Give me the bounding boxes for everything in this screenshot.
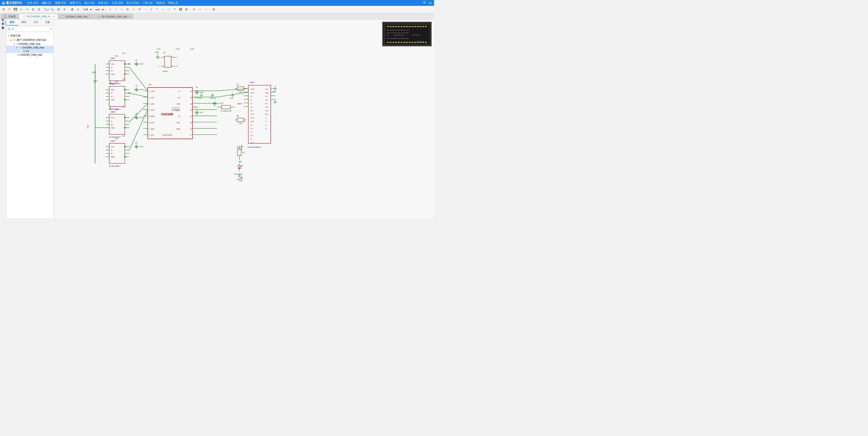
menu-view[interactable]: 视图 (F6) <box>54 1 67 5</box>
svg-text:+5V: +5V <box>115 81 118 83</box>
tree-area: ▼ 所有工程 ▶ 📁 基于 CH334R 的 USB Hub ▼ ⊡ CH334… <box>6 33 54 218</box>
panel-tab-page[interactable]: 图页 <box>6 20 18 26</box>
toolbar-arc-btn[interactable]: ◠ <box>154 7 160 12</box>
toolbar-circle-btn[interactable]: ○ <box>160 7 165 12</box>
svg-text:GND: GND <box>111 73 114 75</box>
filter-icon[interactable]: ⊽ <box>12 27 14 31</box>
svg-text:GND: GND <box>265 106 268 108</box>
menu-tools[interactable]: 工具 (F9) <box>110 1 124 5</box>
app-name: 嘉立创EDA <box>6 1 22 5</box>
menu-file[interactable]: 文件 (F3) <box>26 1 39 5</box>
search-icon[interactable]: 🔍 <box>8 27 11 31</box>
svg-text:GND: GND <box>199 97 202 99</box>
toolbar-line-btn[interactable]: ╱ <box>148 7 154 12</box>
vtab-project[interactable]: 工程设计 <box>0 21 6 25</box>
tab-schematic-label: P1.CH334R_USB_H... <box>27 15 52 18</box>
menu-edit[interactable]: 编辑 (Z) <box>40 1 53 5</box>
canvas-area[interactable]: GND USB1 VCC D- D+ GND AF 180°Z <box>54 20 434 218</box>
vtab-components[interactable]: 器件标准化 <box>0 29 6 33</box>
toolbar-open-btn[interactable]: 📁 <box>7 7 12 12</box>
panel-tab-net[interactable]: 网络 <box>18 20 30 26</box>
svg-text:GND: GND <box>92 71 96 73</box>
toolbar-text-btn[interactable]: T <box>172 7 177 12</box>
svg-text:GND: GND <box>87 125 89 128</box>
toolbar-component-btn[interactable]: → <box>143 7 148 12</box>
vtab-library[interactable]: 常用库 <box>0 25 6 29</box>
toolbar-capture-btn[interactable]: ⊡ <box>36 7 41 12</box>
menu-help[interactable]: 帮助 (J) <box>167 1 179 5</box>
tab-3d[interactable]: 🧊 3D CH334R_USB_Hub ✕ <box>94 14 133 19</box>
svg-text:VCC: VCC <box>111 117 114 119</box>
svg-text:AF 180°ZJB13.7: AF 180°ZJB13.7 <box>109 165 121 167</box>
svg-text:GND: GND <box>265 99 268 101</box>
svg-text:+5V: +5V <box>122 106 125 108</box>
toolbar-undo-btn[interactable]: ↩ <box>19 7 24 12</box>
tab3-close-icon[interactable]: ✕ <box>129 15 130 18</box>
tree-schematic-folder[interactable]: ▼ 📁 CH334R_USB_Hub <box>6 46 54 49</box>
toolbar-copy-btn[interactable]: ⧉ <box>30 7 36 12</box>
svg-text:D+: D+ <box>111 70 113 72</box>
tab-3d-icon: 🧊 <box>97 15 100 18</box>
toolbar-crosshair-btn[interactable]: ✛ <box>62 7 67 12</box>
menu-order[interactable]: 下单 (A) <box>141 1 154 5</box>
svg-text:GND GND GND GND GND GND GND GN: GND GND GND GND GND GND GND GND <box>386 30 409 31</box>
tab-schematic[interactable]: 📄 P1.CH334R_USB_H... ✕ <box>19 14 58 19</box>
svg-text:13: 13 <box>190 109 192 111</box>
clear-search-icon[interactable]: × <box>50 27 52 31</box>
toolbar-junction-btn[interactable]: • <box>119 7 125 12</box>
snap-value-select[interactable]: 0.05 0.1 0.5 <box>81 7 93 12</box>
svg-rect-338 <box>409 26 410 27</box>
panel-tab-comp[interactable]: 元件 <box>30 20 42 26</box>
tree-chip-item[interactable]: ▼ ⊡ CH334R_USB_Hub <box>6 42 54 46</box>
svg-text:A6: A6 <box>251 99 252 101</box>
toolbar-grid-snap-btn[interactable]: ⊠ <box>69 7 75 12</box>
toolbar-power-btn[interactable]: ⚡ <box>131 7 136 12</box>
svg-text:8: 8 <box>149 134 150 136</box>
svg-text:10K: 10K <box>242 152 245 153</box>
toolbar-settings-btn[interactable]: ⚙ <box>211 7 217 12</box>
svg-text:GND: GND <box>239 180 242 181</box>
tab-schematic2[interactable]: 📋 CH334R_USB_Hub ✕ <box>58 14 94 19</box>
search-icon[interactable]: 🔍 <box>423 1 427 5</box>
menu-settings[interactable]: 设置 (I) <box>155 1 166 5</box>
toolbar-rect-btn[interactable]: □ <box>166 7 172 12</box>
toolbar-no-connect-btn[interactable]: ✕ <box>137 7 142 12</box>
toolbar-bus-btn[interactable]: ⌇ <box>113 7 119 12</box>
toolbar-wire-btn[interactable]: ━ <box>107 7 113 12</box>
toolbar-table-btn[interactable]: ⊞ <box>184 7 189 12</box>
menu-place[interactable]: 放置 (F7) <box>68 1 82 5</box>
svg-text:SBU1: SBU1 <box>251 113 254 115</box>
tree-project-folder[interactable]: ▶ 📁 基于 CH334R 的 USB Hub <box>6 38 54 42</box>
svg-text:16: 16 <box>265 128 267 129</box>
toolbar-check-btn[interactable]: ✓ <box>203 7 209 12</box>
svg-text:13: 13 <box>265 117 267 119</box>
search-input[interactable] <box>15 27 49 32</box>
tree-pcb-item[interactable]: - 🖥 CH334R_USB_Hub <box>6 53 54 57</box>
toolbar-netlist-btn[interactable]: ≡ <box>197 7 203 12</box>
toolbar-menu-btn[interactable]: ☰ <box>1 7 6 12</box>
svg-text:A1B12: A1B12 <box>251 89 255 90</box>
toolbar-save-btn[interactable]: 💾 <box>12 7 18 12</box>
tab-close-icon[interactable]: ✕ <box>53 15 55 18</box>
left-panel-tabs: 图页 网络 元件 对象 <box>6 20 54 26</box>
toolbar-zoom-fit-btn[interactable]: ⊞ <box>56 7 61 12</box>
svg-text:USB2: USB2 <box>110 83 115 85</box>
svg-text:GND GND GND GND GND GND GND GN: GND GND GND GND GND GND GND GND <box>386 38 409 39</box>
toolbar-zoom-in-btn[interactable]: 🔍+ <box>44 7 50 12</box>
toolbar-netlabel-btn[interactable]: NL <box>125 7 130 12</box>
menu-bar: 文件 (F3) 编辑 (Z) 视图 (F6) 放置 (F7) 设计 (D) 布局… <box>26 1 179 5</box>
unit-select[interactable]: inch mm <box>93 7 105 12</box>
toolbar-grid-btn[interactable]: # <box>75 7 81 12</box>
tree-page-p1[interactable]: - 📄 1. P1 <box>6 49 54 53</box>
menu-layout[interactable]: 布局 (O) <box>97 1 110 5</box>
tab2-close-icon[interactable]: ✕ <box>89 15 91 18</box>
panel-tab-obj[interactable]: 对象 <box>42 20 54 26</box>
toolbar-image-btn[interactable]: 🖼 <box>178 7 183 12</box>
toolbar-redo-btn[interactable]: ↪ <box>24 7 30 12</box>
tab-home[interactable]: 🏠 开始页 <box>1 14 19 19</box>
toolbar-annotate-btn[interactable]: A↓ <box>191 7 197 12</box>
menu-design[interactable]: 设计 (D) <box>83 1 96 5</box>
toolbar-zoom-out-btn[interactable]: 🔍- <box>50 7 55 12</box>
tree-root[interactable]: ▼ 所有工程 <box>6 34 54 38</box>
menu-export[interactable]: 导出 (F10) <box>125 1 140 5</box>
